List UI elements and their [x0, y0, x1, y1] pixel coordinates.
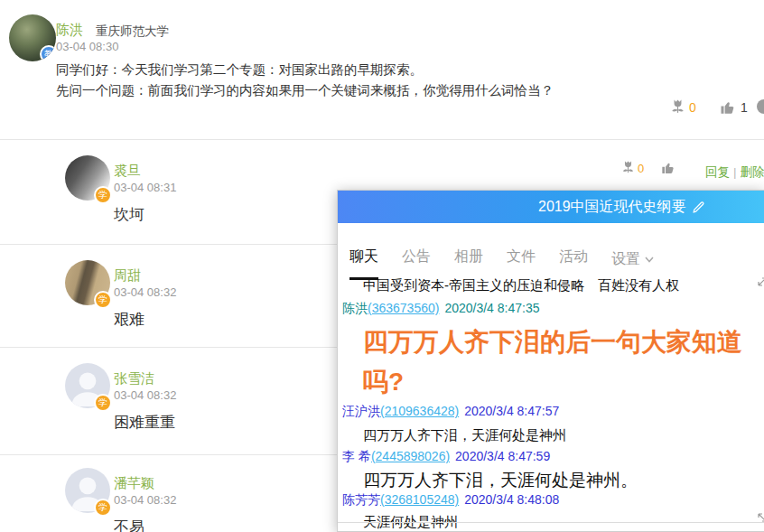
comment-icon[interactable] — [757, 99, 764, 114]
teacher-badge: 教 — [40, 45, 56, 61]
qq-number-link[interactable]: (2109636428) — [380, 404, 459, 418]
qq-group-title: 2019中国近现代史纲要 — [538, 198, 686, 217]
chat-message-header: 陈洪(363673560)2020/3/4 8:47:35 — [342, 301, 540, 317]
flower-icon[interactable] — [620, 160, 636, 175]
flower-icon[interactable] — [669, 98, 686, 116]
reply-timestamp: 03-04 08:32 — [114, 493, 176, 507]
qq-number-link[interactable]: (2445898026) — [371, 449, 450, 463]
reply-author[interactable]: 张雪洁 — [114, 370, 154, 387]
qq-tab-bar: 聊天 公告 相册 文件 活动 设置 — [338, 223, 764, 272]
student-badge: 学 — [94, 186, 112, 204]
reply-author[interactable]: 裘旦 — [114, 163, 141, 180]
chat-message-header: 汪沪洪(2109636428)2020/3/4 8:47:57 — [342, 404, 559, 420]
chevron-down-icon — [645, 257, 654, 263]
qq-number-link[interactable]: (3268105248) — [380, 492, 459, 507]
reply-author[interactable]: 潘芊颖 — [114, 475, 154, 492]
student-badge: 学 — [94, 499, 112, 517]
flower-count: 0 — [638, 162, 644, 175]
divider — [0, 139, 764, 140]
thumbs-up-icon[interactable] — [661, 161, 675, 175]
chat-timestamp: 2020/3/4 8:48:08 — [464, 492, 559, 507]
reply-message: 不易 — [114, 517, 144, 532]
chat-sender-name: 陈芳芳 — [342, 492, 380, 507]
reply-timestamp: 03-04 08:32 — [114, 388, 176, 402]
reply-link[interactable]: 回复 — [705, 165, 730, 179]
post-timestamp: 03-04 08:30 — [56, 40, 118, 53]
student-badge: 学 — [94, 291, 112, 309]
post-text-line1: 同学们好：今天我们学习第二个专题：对国家出路的早期探索。 — [56, 61, 423, 79]
chat-input-divider — [338, 522, 764, 523]
chat-message: 中国受到资本-帝国主义的压迫和侵略 百姓没有人权 — [363, 277, 679, 294]
resize-handle-icon[interactable] — [757, 276, 764, 287]
chat-sender-name: 李 希 — [342, 449, 371, 463]
thumbs-up-icon[interactable] — [720, 99, 736, 116]
tab-chat[interactable]: 聊天 — [349, 247, 378, 272]
tab-files[interactable]: 文件 — [507, 247, 536, 272]
teacher-name[interactable]: 陈洪 — [56, 22, 83, 39]
qq-number-link[interactable]: (363673560) — [368, 301, 439, 315]
tab-album[interactable]: 相册 — [454, 247, 483, 272]
student-badge: 学 — [94, 394, 112, 412]
delete-link[interactable]: 删除 — [741, 165, 764, 179]
chat-message-highlight: 四万万人齐下泪的后一句大家知道吗? — [363, 322, 757, 402]
teacher-school: 重庆师范大学 — [96, 23, 169, 40]
reply-message: 坎坷 — [114, 204, 144, 225]
qq-group-window: 2019中国近现代史纲要 聊天 公告 相册 文件 活动 设置 中国受到资本-帝国… — [337, 190, 764, 532]
reply-message: 艰难 — [114, 309, 144, 330]
teacher-avatar[interactable]: 教 — [9, 14, 56, 61]
chat-timestamp: 2020/3/4 8:47:35 — [444, 301, 539, 315]
chat-sender-name: 陈洪 — [342, 301, 368, 315]
tab-settings-label: 设置 — [611, 250, 640, 269]
tab-activity[interactable]: 活动 — [559, 247, 588, 272]
edit-title-icon[interactable] — [692, 201, 705, 214]
chat-timestamp: 2020/3/4 8:47:57 — [464, 404, 559, 418]
chat-message: 四万万人齐下泪，天涯何处是神州。 — [363, 469, 638, 492]
qq-titlebar[interactable]: 2019中国近现代史纲要 — [338, 191, 764, 223]
chat-message-header: 陈芳芳(3268105248)2020/3/4 8:48:08 — [342, 492, 559, 509]
flower-count: 0 — [689, 100, 696, 115]
chat-message: 四万万人齐下泪，天涯何处是神州 — [363, 427, 566, 444]
reply-timestamp: 03-04 08:32 — [114, 285, 176, 299]
chat-timestamp: 2020/3/4 8:47:59 — [455, 449, 550, 463]
like-count: 1 — [741, 100, 748, 115]
chat-message-header: 李 希(2445898026)2020/3/4 8:47:59 — [342, 449, 550, 465]
reply-message: 困难重重 — [114, 412, 175, 433]
tab-settings[interactable]: 设置 — [611, 247, 654, 272]
reply-timestamp: 03-04 08:31 — [114, 181, 176, 194]
action-separator: | — [733, 165, 737, 179]
resize-handle-icon[interactable] — [757, 512, 764, 523]
reply-actions: 回复|删除 — [705, 163, 764, 181]
chat-sender-name: 汪沪洪 — [342, 404, 380, 418]
post-text-line2: 先问一个问题：前面我们学习的内容如果用一个关键词来概括，你觉得用什么词恰当？ — [56, 82, 554, 99]
reply-author[interactable]: 周甜 — [114, 267, 141, 285]
tab-announcement[interactable]: 公告 — [402, 247, 431, 272]
